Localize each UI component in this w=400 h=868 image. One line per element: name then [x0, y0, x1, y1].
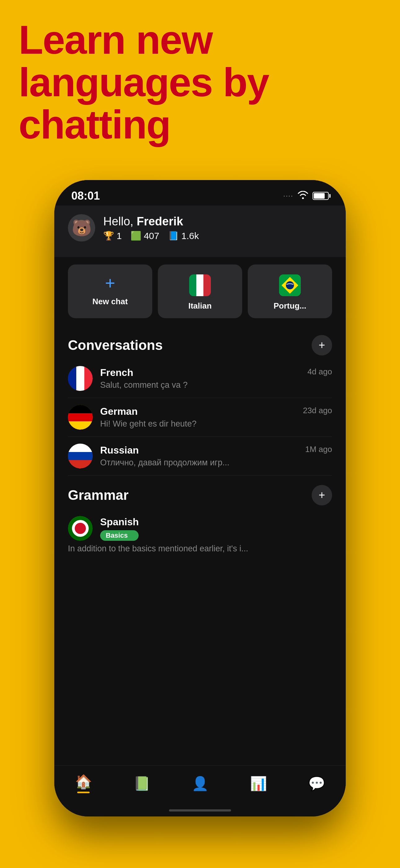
conversations-title: Conversations — [68, 337, 163, 353]
phone-screen: 08:01 ···· 🐻 — [54, 180, 346, 816]
french-conv-preview: Salut, comment ça va ? — [100, 380, 332, 390]
bottom-nav: 🏠 📗 👤 📊 💬 — [54, 765, 346, 807]
status-icons: ···· — [284, 191, 329, 201]
russian-conv-preview: Отлично, давай продолжим игр... — [100, 458, 332, 468]
portuguese-card[interactable]: Portug... — [248, 265, 332, 318]
user-name: Frederik — [137, 215, 183, 228]
grammar-section: Grammar + Spanish Basics — [54, 475, 346, 560]
home-icon: 🏠 — [75, 774, 92, 790]
italian-flag-icon — [189, 274, 211, 296]
spacer — [54, 560, 346, 765]
french-conv-name: French — [100, 367, 133, 378]
avatar: 🐻 — [68, 214, 95, 242]
hero-title: Learn new languages by chatting — [19, 19, 381, 146]
nav-profile[interactable]: 👤 — [186, 773, 215, 794]
russian-conv-info: Russian 1M ago Отлично, давай продолжим … — [100, 444, 332, 468]
profile-header: 🐻 Hello, Frederik 🏆 1 🟩 407 — [54, 206, 346, 257]
nav-chat[interactable]: 💬 — [302, 773, 331, 794]
add-conversation-button[interactable]: + — [312, 335, 332, 355]
learn-icon: 📗 — [133, 775, 151, 792]
spanish-lang-info: Spanish Basics — [100, 516, 139, 541]
conversations-header: Conversations + — [68, 326, 332, 359]
german-conv-name: German — [100, 406, 138, 417]
german-conv-info: German 23d ago Hi! Wie geht es dir heute… — [100, 406, 332, 429]
status-time: 08:01 — [71, 189, 100, 203]
conversation-item-russian[interactable]: Russian 1M ago Отлично, давай продолжим … — [68, 437, 332, 475]
league-value: 1 — [116, 231, 122, 241]
streak-icon: 🟩 — [131, 231, 141, 241]
plus-icon: + — [105, 274, 115, 292]
portuguese-flag-icon — [279, 274, 301, 296]
profile-icon: 👤 — [192, 775, 209, 792]
new-chat-card[interactable]: + New chat — [68, 265, 152, 318]
italian-card[interactable]: Italian — [158, 265, 242, 318]
french-flag-icon — [68, 366, 93, 391]
home-bar — [169, 809, 231, 811]
chat-icon: 💬 — [308, 775, 325, 792]
russian-conv-name: Russian — [100, 444, 139, 456]
conversation-item-french[interactable]: French 4d ago Salut, comment ça va ? — [68, 359, 332, 398]
spanish-grammar-preview: In addition to the basics mentioned earl… — [68, 544, 332, 554]
stats-row: 🏆 1 🟩 407 📘 1.6k — [103, 231, 199, 241]
stat-league: 🏆 1 — [103, 231, 122, 241]
nav-stats[interactable]: 📊 — [244, 773, 273, 794]
conversation-item-german[interactable]: German 23d ago Hi! Wie geht es dir heute… — [68, 398, 332, 437]
nav-home[interactable]: 🏠 — [69, 771, 98, 796]
spanish-lang-name: Spanish — [100, 516, 139, 528]
italian-label: Italian — [164, 301, 236, 311]
spanish-flag-icon — [68, 516, 93, 541]
stats-icon: 📊 — [250, 775, 267, 792]
svg-point-8 — [75, 523, 86, 534]
grammar-item-spanish[interactable]: Spanish Basics In addition to the basics… — [68, 509, 332, 560]
new-chat-label: New chat — [74, 297, 146, 306]
svg-point-2 — [286, 281, 294, 289]
french-conv-time: 4d ago — [307, 367, 332, 377]
streak-value: 407 — [144, 231, 159, 241]
russian-conv-time: 1M ago — [305, 444, 332, 454]
nav-active-indicator — [77, 792, 90, 793]
german-conv-time: 23d ago — [303, 406, 332, 415]
words-value: 1.6k — [181, 231, 199, 241]
spanish-grammar-badge: Basics — [100, 530, 139, 541]
status-bar: 08:01 ···· — [54, 180, 346, 206]
stat-words: 📘 1.6k — [168, 231, 199, 241]
portuguese-label: Portug... — [254, 301, 326, 311]
league-icon: 🏆 — [103, 231, 114, 241]
french-conv-info: French 4d ago Salut, comment ça va ? — [100, 367, 332, 390]
greeting-text: Hello, Frederik — [103, 215, 199, 228]
grammar-header: Grammar + — [68, 475, 332, 509]
stat-streak: 🟩 407 — [131, 231, 159, 241]
add-grammar-button[interactable]: + — [312, 485, 332, 505]
battery-icon — [312, 192, 329, 200]
nav-learn[interactable]: 📗 — [127, 773, 157, 794]
home-indicator — [54, 807, 346, 816]
profile-info: Hello, Frederik 🏆 1 🟩 407 📘 — [103, 215, 199, 241]
quick-actions: + New chat Italian Portug... — [54, 257, 346, 326]
german-flag-icon — [68, 405, 93, 430]
grammar-title: Grammar — [68, 487, 129, 503]
conversations-section: Conversations + French 4d ago — [54, 326, 346, 475]
russian-flag-icon — [68, 444, 93, 468]
words-icon: 📘 — [168, 231, 179, 241]
phone-frame: 08:01 ···· 🐻 — [54, 180, 346, 816]
german-conv-preview: Hi! Wie geht es dir heute? — [100, 419, 332, 429]
signal-dots-icon: ···· — [284, 192, 293, 200]
wifi-icon — [298, 191, 308, 201]
